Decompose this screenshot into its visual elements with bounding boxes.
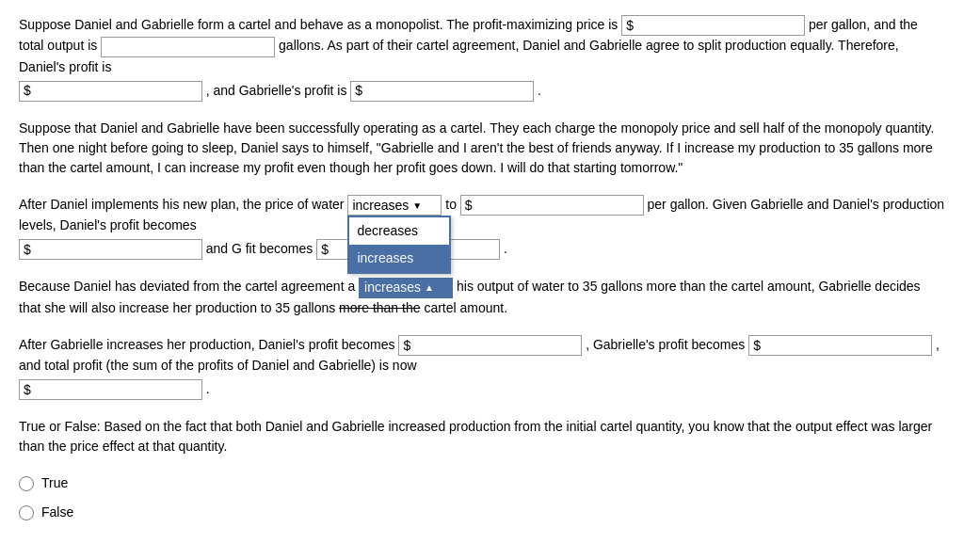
paragraph-6: True or False: Based on the fact that bo… [19,417,945,456]
p1-text4: , and Gabrielle's profit is [206,83,347,98]
p1-text5: . [538,83,541,98]
daniel-profit-input-container[interactable]: $ [19,81,202,102]
p2-text: Suppose that Daniel and Gabrielle have b… [19,120,934,175]
dollar-sign-5: $ [24,240,31,260]
gabrielle-profit-input-container[interactable]: $ [350,81,534,102]
true-false-group: True False [19,473,945,522]
daniel-final-profit-container[interactable]: $ [398,335,582,356]
p3-text5: fit becomes [246,241,316,256]
radio-true[interactable] [19,476,34,491]
dropdown-option-increases[interactable]: increases [349,245,449,272]
paragraph-2: Suppose that Daniel and Gabrielle have b… [19,119,945,178]
dropdown-arrow-down: ▼ [412,199,422,213]
gabrielle-final-profit-container[interactable]: $ [748,335,932,356]
dollar-sign-3: $ [355,81,362,101]
price-input[interactable] [635,18,800,33]
dollar-sign-6: $ [321,240,329,260]
p3-text1: After Daniel implements his new plan, th… [19,197,345,212]
new-price-input[interactable] [474,198,639,213]
gabrielle-profit-input[interactable] [364,84,529,99]
dollar-sign-1: $ [626,16,634,36]
gabrielle-action-dropdown[interactable]: increases ▲ [359,278,453,298]
p3-text2: to [445,197,460,212]
daniel-new-profit-input[interactable] [33,242,198,257]
p1-text1: Suppose Daniel and Gabrielle form a cart… [19,17,618,32]
radio-true-label: True [41,473,68,493]
p3-text4: and G [206,241,242,256]
gabrielle-action-dropdown-value: increases [364,278,421,297]
p3-text6: . [504,241,507,256]
gabrielle-final-profit-input[interactable] [763,338,927,353]
paragraph-1: Suppose Daniel and Gabrielle form a cart… [19,15,945,102]
price-dropdown-value: increases [352,196,409,216]
dropdown2-arrow-up: ▲ [425,280,434,295]
dollar-sign-9: $ [24,380,31,400]
daniel-profit-input[interactable] [33,84,198,99]
output-input[interactable] [101,37,275,57]
paragraph-5: After Gabrielle increases her production… [19,335,945,401]
total-profit-container[interactable]: $ [19,379,202,400]
price-dropdown-container[interactable]: increases ▼ decreases increases [347,195,442,216]
dropdown-option-decreases[interactable]: decreases [349,217,449,245]
daniel-final-profit-input[interactable] [412,338,577,353]
price-input-container[interactable]: $ [621,15,805,36]
daniel-new-profit-container[interactable]: $ [19,239,202,260]
radio-false-item[interactable]: False [19,503,945,522]
dollar-sign-4: $ [465,196,473,216]
paragraph-3: After Daniel implements his new plan, th… [19,195,945,261]
p6-text: True or False: Based on the fact that bo… [19,419,932,454]
price-dropdown[interactable]: increases ▼ [347,195,442,216]
dollar-sign-2: $ [24,81,31,101]
p5-text1: After Gabrielle increases her production… [19,337,395,352]
radio-false[interactable] [19,505,34,520]
dropdown-open-menu[interactable]: decreases increases [347,216,451,274]
p4-text1: Because Daniel has deviated from the car… [19,279,355,294]
radio-true-item[interactable]: True [19,473,945,493]
p5-text2: , Gabrielle's profit becomes [586,337,745,352]
dollar-sign-7: $ [403,336,410,356]
total-profit-input[interactable] [33,382,198,397]
radio-false-label: False [41,503,73,522]
dollar-sign-8: $ [753,336,761,356]
p4-strikethrough: more than the [339,300,420,315]
new-price-input-container[interactable]: $ [460,195,644,216]
paragraph-4: Because Daniel has deviated from the car… [19,277,945,317]
gabrielle-action-dropdown-container[interactable]: increases ▲ [359,278,453,298]
p4-text3: cartel amount. [424,300,507,315]
p5-text4: . [206,381,210,396]
